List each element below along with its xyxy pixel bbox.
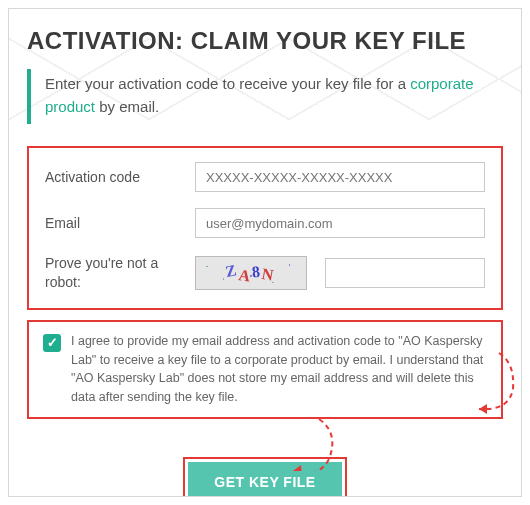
- intro-suffix: by email.: [95, 98, 159, 115]
- captcha-input[interactable]: [325, 258, 485, 288]
- intro-prefix: Enter your activation code to receive yo…: [45, 75, 410, 92]
- form-highlight-box: Activation code Email Prove you're not a…: [27, 146, 503, 310]
- activation-code-input[interactable]: [195, 162, 485, 192]
- consent-text: I agree to provide my email address and …: [71, 332, 487, 407]
- email-input[interactable]: [195, 208, 485, 238]
- check-icon: ✓: [47, 333, 58, 353]
- button-highlight-box: GET KEY FILE: [183, 457, 346, 497]
- activation-code-label: Activation code: [45, 169, 195, 185]
- intro-text: Enter your activation code to receive yo…: [27, 69, 503, 124]
- captcha-glyph: N: [261, 265, 277, 285]
- captcha-image: Z A 8 N: [195, 256, 307, 290]
- get-key-file-button[interactable]: GET KEY FILE: [188, 462, 341, 497]
- consent-checkbox[interactable]: ✓: [43, 334, 61, 352]
- email-label: Email: [45, 215, 195, 231]
- captcha-label: Prove you're not a robot:: [45, 254, 195, 292]
- consent-highlight-box: ✓ I agree to provide my email address an…: [27, 320, 503, 419]
- page-title: ACTIVATION: CLAIM YOUR KEY FILE: [27, 27, 503, 55]
